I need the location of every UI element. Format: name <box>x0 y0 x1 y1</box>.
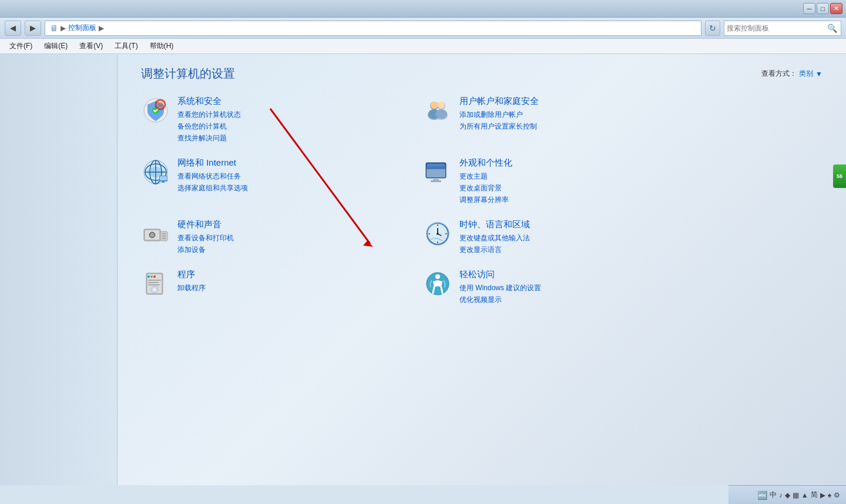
page-header: 调整计算机的设置 查看方式： 类别 ▼ <box>141 66 822 82</box>
user-accounts-title[interactable]: 用户帐户和家庭安全 <box>459 96 670 107</box>
tray-icon-5[interactable]: ▶ <box>820 491 825 499</box>
appearance-title[interactable]: 外观和个性化 <box>459 157 670 169</box>
minimize-button[interactable]: ─ <box>803 3 815 14</box>
svg-point-10 <box>435 109 447 119</box>
svg-rect-24 <box>433 178 439 180</box>
maximize-button[interactable]: □ <box>817 3 829 14</box>
clock-link-2[interactable]: 更改显示语言 <box>459 244 670 255</box>
address-bar: ◀ ▶ 🖥 ▶ 控制面板 ▶ ↻ 🔍 <box>0 18 846 39</box>
menu-help[interactable]: 帮助(H) <box>145 40 179 52</box>
close-button[interactable]: ✕ <box>830 3 842 14</box>
network-text: 网络和 Internet 查看网络状态和任务 选择家庭组和共享选项 <box>177 157 388 193</box>
clock-icon[interactable] <box>423 219 452 248</box>
svg-point-48 <box>150 275 153 278</box>
view-dropdown-icon[interactable]: ▼ <box>815 70 822 78</box>
user-accounts-link-2[interactable]: 为所有用户设置家长控制 <box>459 121 670 132</box>
tray-icon-2[interactable]: ◆ <box>785 491 790 499</box>
user-accounts-icon[interactable] <box>423 96 452 125</box>
view-label: 查看方式： <box>761 69 797 79</box>
menu-view[interactable]: 查看(V) <box>75 40 108 52</box>
svg-rect-18 <box>162 182 164 183</box>
control-panel-grid: 系统和安全 查看您的计算机状态 备份您的计算机 查找并解决问题 <box>141 96 670 305</box>
clock-text: 时钟、语言和区域 更改键盘或其他输入法 更改显示语言 <box>459 219 670 255</box>
programs-link-1[interactable]: 卸载程序 <box>177 283 388 293</box>
tray-icon-6[interactable]: ♠ <box>828 491 831 499</box>
accessibility-text: 轻松访问 使用 Windows 建议的设置 优化视频显示 <box>459 269 670 305</box>
page-title: 调整计算机的设置 <box>141 66 235 82</box>
tray-icon-sogou[interactable]: 🔤 <box>757 490 767 500</box>
system-security-icon[interactable] <box>141 96 170 125</box>
programs-text: 程序 卸载程序 <box>177 269 388 293</box>
hardware-link-2[interactable]: 添加设备 <box>177 244 388 255</box>
breadcrumb-controlpanel[interactable]: 控制面板 <box>68 23 96 33</box>
tray-icon-settings[interactable]: ⚙ <box>834 491 840 499</box>
network-link-2[interactable]: 选择家庭组和共享选项 <box>177 183 388 193</box>
accessibility-title[interactable]: 轻松访问 <box>459 269 670 280</box>
svg-point-29 <box>150 233 154 237</box>
view-mode-selector: 查看方式： 类别 ▼ <box>761 69 822 79</box>
menu-edit[interactable]: 编辑(E) <box>39 40 72 52</box>
user-accounts-text: 用户帐户和家庭安全 添加或删除用户帐户 为所有用户设置家长控制 <box>459 96 670 132</box>
network-icon[interactable] <box>141 157 170 187</box>
hardware-icon[interactable] <box>141 219 170 248</box>
search-button[interactable]: 🔍 <box>825 22 838 35</box>
menu-file[interactable]: 文件(F) <box>5 40 37 52</box>
system-security-title[interactable]: 系统和安全 <box>177 96 388 107</box>
svg-rect-50 <box>148 280 161 281</box>
tray-icon-1[interactable]: ♪ <box>779 491 783 499</box>
programs-title[interactable]: 程序 <box>177 269 388 280</box>
menu-tools[interactable]: 工具(T) <box>110 40 142 52</box>
tray-icon-4[interactable]: ▲ <box>801 491 808 499</box>
clock-link-1[interactable]: 更改键盘或其他输入法 <box>459 233 670 243</box>
title-bar: ─ □ ✕ <box>0 0 846 18</box>
view-mode-link[interactable]: 类别 <box>799 69 813 79</box>
network-title[interactable]: 网络和 Internet <box>177 157 388 169</box>
appearance-link-3[interactable]: 调整屏幕分辨率 <box>459 194 670 205</box>
forward-button[interactable]: ▶ <box>25 21 41 36</box>
svg-point-7 <box>431 102 438 109</box>
category-network: 网络和 Internet 查看网络状态和任务 选择家庭组和共享选项 <box>141 157 388 205</box>
category-user-accounts: 用户帐户和家庭安全 添加或删除用户帐户 为所有用户设置家长控制 <box>423 96 670 143</box>
hardware-link-1[interactable]: 查看设备和打印机 <box>177 233 388 243</box>
svg-point-46 <box>153 288 156 291</box>
side-badge: 56 <box>833 164 846 188</box>
svg-rect-51 <box>148 282 159 283</box>
appearance-link-1[interactable]: 更改主题 <box>459 171 670 182</box>
content-area: 调整计算机的设置 查看方式： 类别 ▼ <box>118 54 846 485</box>
refresh-button[interactable]: ↻ <box>705 21 720 36</box>
svg-point-47 <box>147 275 150 278</box>
appearance-text: 外观和个性化 更改主题 更改桌面背景 调整屏幕分辨率 <box>459 157 670 205</box>
tray-text-zh: 中 <box>770 490 777 500</box>
tray-icon-3[interactable]: ▦ <box>793 491 799 499</box>
svg-point-9 <box>438 102 445 109</box>
programs-icon[interactable] <box>141 269 170 298</box>
system-security-text: 系统和安全 查看您的计算机状态 备份您的计算机 查找并解决问题 <box>177 96 388 143</box>
accessibility-link-1[interactable]: 使用 Windows 建议的设置 <box>459 283 670 293</box>
category-appearance: 外观和个性化 更改主题 更改桌面背景 调整屏幕分辨率 <box>423 157 670 205</box>
system-security-link-2[interactable]: 备份您的计算机 <box>177 121 388 132</box>
category-clock: 时钟、语言和区域 更改键盘或其他输入法 更改显示语言 <box>423 219 670 255</box>
address-field[interactable]: 🖥 ▶ 控制面板 ▶ <box>45 21 701 36</box>
user-accounts-link-1[interactable]: 添加或删除用户帐户 <box>459 109 670 120</box>
category-hardware: 硬件和声音 查看设备和打印机 添加设备 <box>141 219 388 255</box>
accessibility-link-2[interactable]: 优化视频显示 <box>459 294 670 305</box>
network-link-1[interactable]: 查看网络状态和任务 <box>177 171 388 182</box>
hardware-title[interactable]: 硬件和声音 <box>177 219 388 230</box>
search-input[interactable] <box>727 24 825 32</box>
system-security-link-3[interactable]: 查找并解决问题 <box>177 133 388 143</box>
back-button[interactable]: ◀ <box>5 21 21 36</box>
svg-rect-52 <box>148 284 160 285</box>
appearance-icon[interactable] <box>423 157 452 187</box>
system-security-link-1[interactable]: 查看您的计算机状态 <box>177 109 388 120</box>
svg-point-49 <box>153 275 156 278</box>
svg-point-54 <box>435 274 440 279</box>
clock-title[interactable]: 时钟、语言和区域 <box>459 219 670 230</box>
search-bar[interactable]: 🔍 <box>724 21 841 36</box>
appearance-link-2[interactable]: 更改桌面背景 <box>459 183 670 193</box>
system-tray: 🔤 中 ♪ ◆ ▦ ▲ 简 ▶ ♠ ⚙ <box>728 485 846 504</box>
category-system-security: 系统和安全 查看您的计算机状态 备份您的计算机 查找并解决问题 <box>141 96 388 143</box>
left-nav-panel <box>0 54 118 485</box>
main-area: 调整计算机的设置 查看方式： 类别 ▼ <box>0 54 846 485</box>
accessibility-icon[interactable] <box>423 269 452 298</box>
category-accessibility: 轻松访问 使用 Windows 建议的设置 优化视频显示 <box>423 269 670 305</box>
